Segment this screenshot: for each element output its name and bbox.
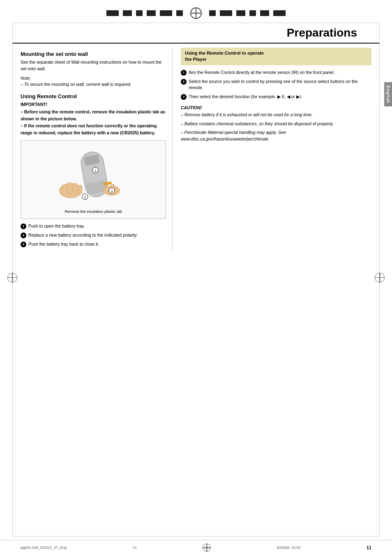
right-header-box: Using the Remote Control to operate the … xyxy=(181,48,371,65)
bar-seg xyxy=(249,10,256,16)
caution-item-2: Battery contains chemical substances, so… xyxy=(181,121,371,127)
bar-right xyxy=(209,10,286,16)
svg-rect-7 xyxy=(73,183,78,194)
language-tab: English xyxy=(384,82,392,106)
svg-text:1: 1 xyxy=(95,169,97,173)
remote-step-3: 3 Push the battery tray back to close it… xyxy=(21,241,166,248)
bar-left xyxy=(106,10,183,16)
right-crosshair-icon xyxy=(375,273,385,283)
right-header-line1: Using the Remote Control to operate xyxy=(185,51,264,55)
step-number-1: 1 xyxy=(21,223,26,229)
right-step-text-1: Aim the Remote Control directly at the r… xyxy=(189,69,334,76)
page-title-area: Preparations xyxy=(12,23,380,44)
bar-seg xyxy=(147,10,156,16)
remote-section-title: Using Remote Control xyxy=(21,93,166,99)
important-text-1: – Before using the remote control, remov… xyxy=(21,108,166,122)
remote-image-caption: Remove the insulation plastic tab xyxy=(26,209,161,214)
note-text: – To secure the mounting on wall, cement… xyxy=(21,81,166,88)
bottom-bar: pg001-026_DC912_37_Eng 11 8/25/08, 10:33… xyxy=(0,540,392,555)
svg-rect-8 xyxy=(78,185,82,194)
svg-text:2: 2 xyxy=(84,196,86,199)
footer-left: pg001-026_DC912_37_Eng xyxy=(21,546,67,550)
top-crosshair-icon xyxy=(190,7,202,19)
remote-image-box: 2 1 3 Remove the insulation plastic tab xyxy=(21,140,166,219)
top-decorative-bar xyxy=(0,0,392,23)
bar-seg xyxy=(209,10,216,16)
bottom-crosshair-icon xyxy=(203,543,211,552)
right-header-line2: the Player xyxy=(185,57,207,62)
svg-text:3: 3 xyxy=(111,189,113,193)
right-step-number-3: 3 xyxy=(181,94,187,100)
footer-mid: 11 xyxy=(133,546,137,550)
bar-seg xyxy=(106,10,119,16)
remote-step-2: 2 Replace a new battery according to the… xyxy=(21,232,166,239)
left-column: Mounting the set onto wall See the separ… xyxy=(21,48,173,250)
important-label: IMPORTANT! xyxy=(21,102,166,107)
remote-visual: 2 1 3 xyxy=(26,145,161,207)
svg-rect-6 xyxy=(67,182,72,194)
remote-step-1: 1 Push to open the battery tray. xyxy=(21,223,166,230)
main-content: Mounting the set onto wall See the separ… xyxy=(0,48,392,250)
right-step-number-2: 2 xyxy=(181,79,187,85)
caution-label: CAUTION! xyxy=(181,105,371,110)
bar-seg xyxy=(136,10,143,16)
left-crosshair-icon xyxy=(7,273,17,283)
step-number-2: 2 xyxy=(21,233,26,238)
mounting-body: See the separate sheet of Wall mounting … xyxy=(21,59,166,72)
right-step-number-1: 1 xyxy=(181,70,187,76)
mounting-title: Mounting the set onto wall xyxy=(21,51,166,57)
caution-item-3: Perchlorate Material-special handling ma… xyxy=(181,129,371,143)
step-text-3: Push the battery tray back to close it. xyxy=(28,241,99,248)
note-label: Note: xyxy=(21,76,166,81)
right-step-text-3: Then select the desired function (for ex… xyxy=(189,94,302,100)
page-number: 11 xyxy=(367,545,371,550)
bar-seg xyxy=(176,10,183,16)
bar-seg xyxy=(236,10,245,16)
important-text-2: – If the remote control does not functio… xyxy=(21,122,166,136)
right-step-text-2: Select the source you wish to control by… xyxy=(189,78,371,92)
remote-steps-list: 1 Push to open the battery tray. 2 Repla… xyxy=(21,223,166,247)
step-text-2: Replace a new battery according to the i… xyxy=(28,232,138,239)
bar-seg xyxy=(123,10,132,16)
right-step-1: 1 Aim the Remote Control directly at the… xyxy=(181,69,371,76)
footer-right: 8/25/08, 10:33 xyxy=(277,546,301,550)
right-step-2: 2 Select the source you wish to control … xyxy=(181,78,371,92)
svg-rect-5 xyxy=(62,184,67,195)
page-title: Preparations xyxy=(287,26,357,39)
bar-seg xyxy=(260,10,269,16)
remote-illustration: 2 1 3 xyxy=(46,145,141,207)
step-number-3: 3 xyxy=(21,242,26,247)
bar-seg xyxy=(220,10,232,16)
step-text-1: Push to open the battery tray. xyxy=(28,223,85,230)
right-column: Using the Remote Control to operate the … xyxy=(181,48,371,250)
bar-seg xyxy=(273,10,286,16)
bar-seg xyxy=(160,10,172,16)
right-steps-list: 1 Aim the Remote Control directly at the… xyxy=(181,69,371,100)
caution-item-1: Remove battery if it is exhausted or wil… xyxy=(181,112,371,118)
right-step-3: 3 Then select the desired function (for … xyxy=(181,94,371,100)
